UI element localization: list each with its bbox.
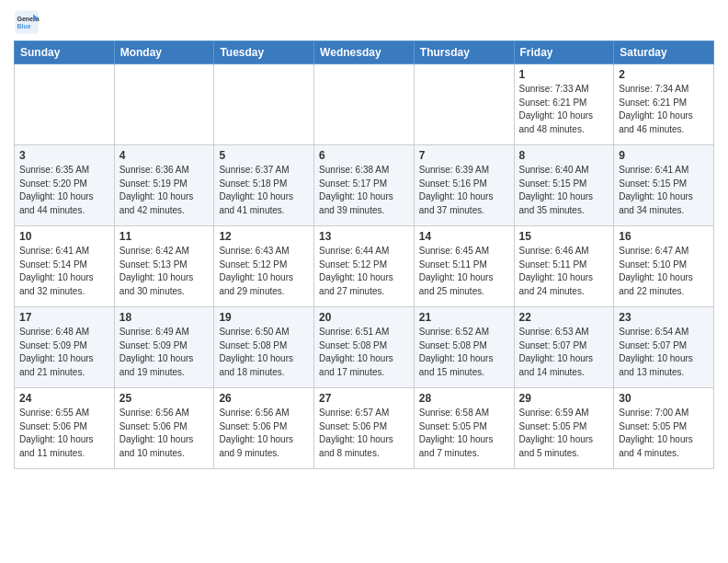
calendar-cell: 16Sunrise: 6:47 AM Sunset: 5:10 PM Dayli…	[614, 226, 714, 307]
calendar-cell	[214, 64, 314, 145]
logo: General Blue	[14, 9, 43, 35]
calendar-cell: 19Sunrise: 6:50 AM Sunset: 5:08 PM Dayli…	[214, 307, 314, 388]
day-info: Sunrise: 6:39 AM Sunset: 5:16 PM Dayligh…	[419, 164, 509, 217]
day-number: 30	[619, 392, 709, 405]
weekday-header-wednesday: Wednesday	[314, 41, 415, 64]
day-number: 27	[319, 392, 409, 405]
day-number: 23	[619, 311, 709, 324]
calendar-cell: 29Sunrise: 6:59 AM Sunset: 5:05 PM Dayli…	[514, 388, 614, 469]
calendar-table: SundayMondayTuesdayWednesdayThursdayFrid…	[14, 40, 714, 469]
day-info: Sunrise: 6:52 AM Sunset: 5:08 PM Dayligh…	[419, 326, 509, 379]
calendar-cell: 3Sunrise: 6:35 AM Sunset: 5:20 PM Daylig…	[15, 145, 115, 226]
day-info: Sunrise: 7:33 AM Sunset: 6:21 PM Dayligh…	[519, 83, 609, 136]
calendar-cell: 8Sunrise: 6:40 AM Sunset: 5:15 PM Daylig…	[514, 145, 614, 226]
day-number: 16	[619, 230, 709, 243]
calendar-cell: 9Sunrise: 6:41 AM Sunset: 5:15 PM Daylig…	[614, 145, 714, 226]
page-container: General Blue SundayMondayTuesdayWednesda…	[0, 0, 728, 478]
day-number: 7	[419, 149, 509, 162]
day-number: 5	[219, 149, 309, 162]
calendar-week-3: 10Sunrise: 6:41 AM Sunset: 5:14 PM Dayli…	[15, 226, 714, 307]
calendar-cell: 15Sunrise: 6:46 AM Sunset: 5:11 PM Dayli…	[514, 226, 614, 307]
day-number: 18	[119, 311, 210, 324]
calendar-cell	[314, 64, 415, 145]
calendar-cell: 2Sunrise: 7:34 AM Sunset: 6:21 PM Daylig…	[614, 64, 714, 145]
weekday-header-monday: Monday	[114, 41, 214, 64]
calendar-cell: 17Sunrise: 6:48 AM Sunset: 5:09 PM Dayli…	[15, 307, 115, 388]
day-info: Sunrise: 6:45 AM Sunset: 5:11 PM Dayligh…	[419, 245, 509, 298]
day-info: Sunrise: 6:44 AM Sunset: 5:12 PM Dayligh…	[319, 245, 409, 298]
calendar-header: SundayMondayTuesdayWednesdayThursdayFrid…	[15, 41, 714, 64]
day-info: Sunrise: 6:56 AM Sunset: 5:06 PM Dayligh…	[119, 407, 210, 460]
day-info: Sunrise: 6:40 AM Sunset: 5:15 PM Dayligh…	[519, 164, 609, 217]
calendar-cell: 20Sunrise: 6:51 AM Sunset: 5:08 PM Dayli…	[314, 307, 415, 388]
calendar-cell: 18Sunrise: 6:49 AM Sunset: 5:09 PM Dayli…	[114, 307, 214, 388]
day-number: 24	[19, 392, 109, 405]
calendar-cell: 27Sunrise: 6:57 AM Sunset: 5:06 PM Dayli…	[314, 388, 415, 469]
day-number: 6	[319, 149, 409, 162]
calendar-cell: 5Sunrise: 6:37 AM Sunset: 5:18 PM Daylig…	[214, 145, 314, 226]
day-number: 2	[619, 68, 709, 81]
weekday-header-sunday: Sunday	[15, 41, 115, 64]
calendar-body: 1Sunrise: 7:33 AM Sunset: 6:21 PM Daylig…	[15, 64, 714, 469]
day-info: Sunrise: 6:50 AM Sunset: 5:08 PM Dayligh…	[219, 326, 309, 379]
weekday-header-row: SundayMondayTuesdayWednesdayThursdayFrid…	[15, 41, 714, 64]
calendar-cell: 4Sunrise: 6:36 AM Sunset: 5:19 PM Daylig…	[114, 145, 214, 226]
svg-text:Blue: Blue	[17, 23, 31, 29]
day-info: Sunrise: 7:34 AM Sunset: 6:21 PM Dayligh…	[619, 83, 709, 136]
calendar-cell: 21Sunrise: 6:52 AM Sunset: 5:08 PM Dayli…	[414, 307, 514, 388]
day-number: 3	[19, 149, 109, 162]
day-info: Sunrise: 6:48 AM Sunset: 5:09 PM Dayligh…	[19, 326, 109, 379]
day-info: Sunrise: 6:43 AM Sunset: 5:12 PM Dayligh…	[219, 245, 309, 298]
calendar-cell: 7Sunrise: 6:39 AM Sunset: 5:16 PM Daylig…	[414, 145, 514, 226]
day-info: Sunrise: 6:58 AM Sunset: 5:05 PM Dayligh…	[419, 407, 509, 460]
day-number: 28	[419, 392, 509, 405]
calendar-cell: 25Sunrise: 6:56 AM Sunset: 5:06 PM Dayli…	[114, 388, 214, 469]
calendar-week-4: 17Sunrise: 6:48 AM Sunset: 5:09 PM Dayli…	[15, 307, 714, 388]
day-info: Sunrise: 6:46 AM Sunset: 5:11 PM Dayligh…	[519, 245, 609, 298]
calendar-week-2: 3Sunrise: 6:35 AM Sunset: 5:20 PM Daylig…	[15, 145, 714, 226]
day-info: Sunrise: 6:49 AM Sunset: 5:09 PM Dayligh…	[119, 326, 210, 379]
day-number: 8	[519, 149, 609, 162]
svg-rect-0	[15, 10, 38, 33]
calendar-cell	[15, 64, 115, 145]
day-info: Sunrise: 6:42 AM Sunset: 5:13 PM Dayligh…	[119, 245, 210, 298]
day-number: 4	[119, 149, 210, 162]
page-header: General Blue	[14, 9, 714, 35]
calendar-cell: 26Sunrise: 6:56 AM Sunset: 5:06 PM Dayli…	[214, 388, 314, 469]
day-info: Sunrise: 6:56 AM Sunset: 5:06 PM Dayligh…	[219, 407, 309, 460]
day-number: 20	[319, 311, 409, 324]
day-info: Sunrise: 6:35 AM Sunset: 5:20 PM Dayligh…	[19, 164, 109, 217]
calendar-cell: 1Sunrise: 7:33 AM Sunset: 6:21 PM Daylig…	[514, 64, 614, 145]
day-number: 1	[519, 68, 609, 81]
calendar-cell: 23Sunrise: 6:54 AM Sunset: 5:07 PM Dayli…	[614, 307, 714, 388]
day-info: Sunrise: 6:38 AM Sunset: 5:17 PM Dayligh…	[319, 164, 409, 217]
day-number: 13	[319, 230, 409, 243]
day-number: 11	[119, 230, 210, 243]
day-info: Sunrise: 6:54 AM Sunset: 5:07 PM Dayligh…	[619, 326, 709, 379]
day-number: 15	[519, 230, 609, 243]
weekday-header-thursday: Thursday	[414, 41, 514, 64]
day-info: Sunrise: 6:36 AM Sunset: 5:19 PM Dayligh…	[119, 164, 210, 217]
day-info: Sunrise: 7:00 AM Sunset: 5:05 PM Dayligh…	[619, 407, 709, 460]
day-info: Sunrise: 6:53 AM Sunset: 5:07 PM Dayligh…	[519, 326, 609, 379]
calendar-cell: 14Sunrise: 6:45 AM Sunset: 5:11 PM Dayli…	[414, 226, 514, 307]
day-number: 12	[219, 230, 309, 243]
day-info: Sunrise: 6:57 AM Sunset: 5:06 PM Dayligh…	[319, 407, 409, 460]
day-info: Sunrise: 6:51 AM Sunset: 5:08 PM Dayligh…	[319, 326, 409, 379]
day-number: 19	[219, 311, 309, 324]
day-number: 14	[419, 230, 509, 243]
weekday-header-saturday: Saturday	[614, 41, 714, 64]
day-number: 25	[119, 392, 210, 405]
day-info: Sunrise: 6:59 AM Sunset: 5:05 PM Dayligh…	[519, 407, 609, 460]
calendar-cell: 22Sunrise: 6:53 AM Sunset: 5:07 PM Dayli…	[514, 307, 614, 388]
calendar-week-5: 24Sunrise: 6:55 AM Sunset: 5:06 PM Dayli…	[15, 388, 714, 469]
day-info: Sunrise: 6:37 AM Sunset: 5:18 PM Dayligh…	[219, 164, 309, 217]
day-number: 17	[19, 311, 109, 324]
calendar-cell	[114, 64, 214, 145]
day-info: Sunrise: 6:55 AM Sunset: 5:06 PM Dayligh…	[19, 407, 109, 460]
calendar-cell: 13Sunrise: 6:44 AM Sunset: 5:12 PM Dayli…	[314, 226, 415, 307]
day-info: Sunrise: 6:41 AM Sunset: 5:14 PM Dayligh…	[19, 245, 109, 298]
day-info: Sunrise: 6:41 AM Sunset: 5:15 PM Dayligh…	[619, 164, 709, 217]
weekday-header-tuesday: Tuesday	[214, 41, 314, 64]
day-number: 26	[219, 392, 309, 405]
